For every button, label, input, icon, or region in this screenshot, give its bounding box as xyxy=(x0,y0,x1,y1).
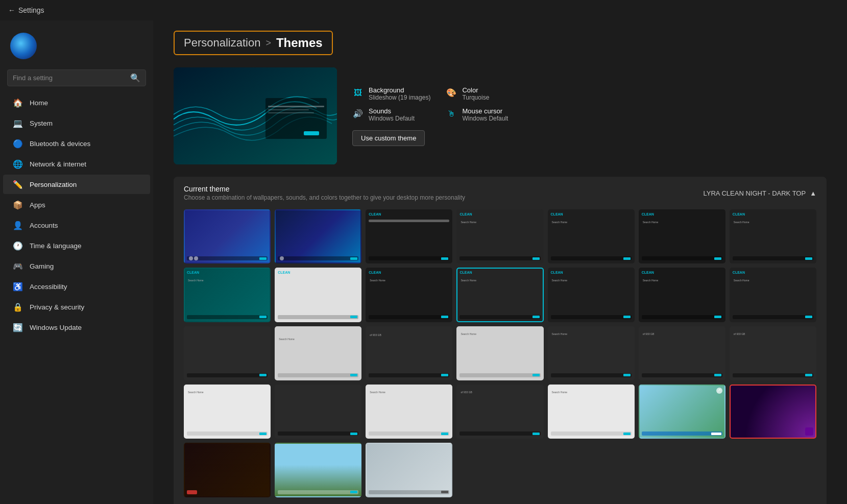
theme-item[interactable]: CLEAN Search Home xyxy=(366,268,452,322)
search-container[interactable]: 🔍 xyxy=(7,69,146,86)
sidebar-item-label: Accounts xyxy=(30,222,58,229)
theme-item[interactable]: Search Home xyxy=(366,385,452,439)
sidebar-item-accessibility[interactable]: ♿ Accessibility xyxy=(3,277,150,296)
sidebar-item-system[interactable]: 💻 System xyxy=(3,113,150,133)
sidebar-item-bluetooth[interactable]: 🔵 Bluetooth & devices xyxy=(3,134,150,153)
theme-item[interactable] xyxy=(184,326,271,380)
sidebar-item-apps[interactable]: 📦 Apps xyxy=(3,195,150,214)
theme-item[interactable]: of 933 GB xyxy=(639,326,725,380)
mouse-info: 🖱 Mouse cursor Windows Default xyxy=(446,107,524,122)
svg-rect-4 xyxy=(268,112,314,113)
theme-item[interactable]: of 933 GB xyxy=(730,326,816,380)
theme-info-grid: 🖼 Background Slideshow (19 images) 🎨 Col… xyxy=(352,86,524,122)
theme-item[interactable]: Search Home xyxy=(275,326,361,380)
titlebar-label: Settings xyxy=(18,6,44,14)
theme-item[interactable]: CLEAN Search Home xyxy=(184,268,271,322)
sidebar-item-personalization[interactable]: ✏️ Personalization xyxy=(3,175,150,194)
sounds-value: Windows Default xyxy=(369,115,415,122)
background-info: 🖼 Background Slideshow (19 images) xyxy=(352,86,430,101)
user-avatar-section xyxy=(0,27,153,69)
theme-item[interactable]: Search Home xyxy=(456,326,543,380)
current-theme-name: LYRA CLEAN NIGHT - DARK TOP ▲ xyxy=(704,189,816,197)
theme-item[interactable]: of 933 GB xyxy=(456,385,543,439)
current-theme-section: Current theme Choose a combination of wa… xyxy=(174,177,827,504)
sidebar-item-accounts[interactable]: 👤 Accounts xyxy=(3,215,150,235)
theme-item[interactable]: Search Home xyxy=(548,326,635,380)
theme-item[interactable]: CLEAN Search Home xyxy=(456,209,543,263)
avatar xyxy=(10,33,37,59)
sidebar-item-label: Apps xyxy=(30,201,45,209)
sidebar-item-home[interactable]: 🏠 Home xyxy=(3,93,150,112)
svg-rect-3 xyxy=(268,109,309,110)
time-icon: 🕐 xyxy=(13,241,22,250)
sidebar-item-label: Gaming xyxy=(30,262,54,270)
sidebar-item-label: Network & internet xyxy=(30,160,86,168)
theme-item[interactable]: CLEAN Search Home xyxy=(548,209,635,263)
theme-item[interactable] xyxy=(275,209,361,263)
theme-grid: CLEAN CLEAN Search Home CLEAN S xyxy=(184,209,816,497)
mouse-value: Windows Default xyxy=(462,115,508,122)
main-layout: 🔍 🏠 Home 💻 System 🔵 Bluetooth & devices … xyxy=(0,20,847,504)
theme-item[interactable] xyxy=(730,385,816,439)
accounts-icon: 👤 xyxy=(13,221,22,230)
sidebar-item-label: Windows Update xyxy=(30,324,82,331)
sidebar-item-label: Time & language xyxy=(30,242,82,250)
back-button[interactable]: ← Settings xyxy=(8,6,44,14)
theme-item[interactable]: CLEAN xyxy=(275,268,361,322)
current-theme-label: Current theme xyxy=(184,185,465,193)
theme-item[interactable] xyxy=(184,209,271,263)
sidebar-item-label: Home xyxy=(30,99,48,107)
theme-item[interactable]: CLEAN Search Home xyxy=(548,268,635,322)
sidebar-item-network[interactable]: 🌐 Network & internet xyxy=(3,154,150,174)
theme-item[interactable]: CLEAN Search Home xyxy=(639,209,725,263)
mouse-icon: 🖱 xyxy=(446,108,457,119)
breadcrumb-separator: > xyxy=(265,38,271,49)
search-input[interactable] xyxy=(13,74,126,82)
theme-item[interactable]: CLEAN Search Home xyxy=(456,268,543,322)
system-icon: 💻 xyxy=(13,118,22,128)
network-icon: 🌐 xyxy=(13,159,22,169)
search-icon: 🔍 xyxy=(130,73,140,83)
sidebar-item-time[interactable]: 🕐 Time & language xyxy=(3,236,150,255)
privacy-icon: 🔒 xyxy=(13,302,22,311)
theme-item[interactable]: ↗ xyxy=(639,385,725,439)
sidebar: 🔍 🏠 Home 💻 System 🔵 Bluetooth & devices … xyxy=(0,20,153,504)
titlebar: ← Settings xyxy=(0,0,847,20)
sidebar-item-update[interactable]: 🔄 Windows Update xyxy=(3,318,150,337)
current-theme-header: Current theme Choose a combination of wa… xyxy=(184,185,816,201)
breadcrumb: Personalization > Themes xyxy=(174,31,333,55)
content-area: Personalization > Themes xyxy=(153,20,847,504)
theme-item[interactable]: CLEAN Search Home xyxy=(639,268,725,322)
theme-item[interactable]: Search Home xyxy=(548,385,635,439)
use-custom-theme-button[interactable]: Use custom theme xyxy=(352,130,425,146)
sidebar-item-privacy[interactable]: 🔒 Privacy & security xyxy=(3,297,150,317)
sidebar-item-label: Privacy & security xyxy=(30,303,84,311)
theme-preview-section: 🖼 Background Slideshow (19 images) 🎨 Col… xyxy=(174,67,827,164)
theme-info: 🖼 Background Slideshow (19 images) 🎨 Col… xyxy=(352,67,524,164)
mouse-label: Mouse cursor xyxy=(462,107,508,115)
sidebar-item-label: Bluetooth & devices xyxy=(30,140,90,148)
theme-item[interactable] xyxy=(366,443,452,497)
theme-item[interactable] xyxy=(184,443,271,497)
theme-item[interactable] xyxy=(275,385,361,439)
theme-item[interactable] xyxy=(275,443,361,497)
sidebar-item-gaming[interactable]: 🎮 Gaming xyxy=(3,256,150,276)
apps-icon: 📦 xyxy=(13,200,22,209)
sidebar-item-label: Personalization xyxy=(30,181,77,188)
breadcrumb-current: Themes xyxy=(276,36,323,50)
color-icon: 🎨 xyxy=(446,87,457,99)
current-theme-desc: Choose a combination of wallpapers, soun… xyxy=(184,194,465,201)
sounds-info: 🔊 Sounds Windows Default xyxy=(352,107,430,122)
theme-item[interactable]: Search Home xyxy=(184,385,271,439)
accessibility-icon: ♿ xyxy=(13,282,22,291)
theme-item[interactable]: of 933 GB xyxy=(366,326,452,380)
sidebar-item-label: Accessibility xyxy=(30,283,67,291)
theme-item[interactable]: CLEAN xyxy=(366,209,452,263)
theme-item[interactable]: CLEAN Search Home xyxy=(730,268,816,322)
sidebar-item-label: System xyxy=(30,119,53,127)
theme-item[interactable]: CLEAN Search Home xyxy=(730,209,816,263)
color-value: Turquoise xyxy=(462,94,489,101)
back-arrow-icon: ← xyxy=(8,6,15,14)
breadcrumb-parent[interactable]: Personalization xyxy=(184,36,260,50)
sounds-label: Sounds xyxy=(369,107,415,115)
